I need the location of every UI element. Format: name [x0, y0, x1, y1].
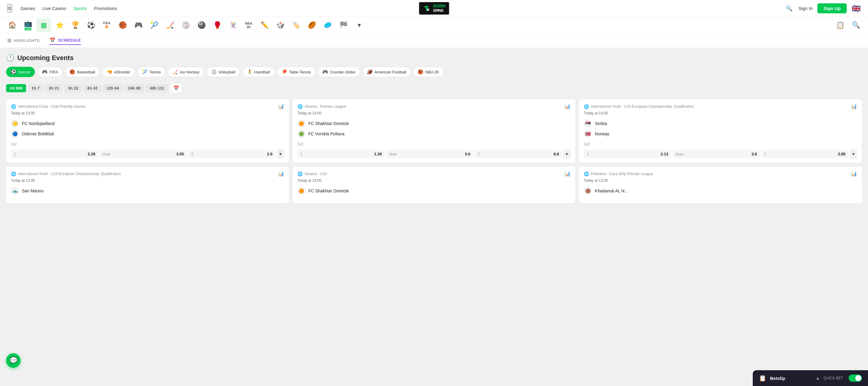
- odd-btn-2b[interactable]: draw 5.6: [386, 150, 473, 158]
- team-name-3a: Serbia: [595, 121, 607, 126]
- stats-icon-6[interactable]: 📊: [851, 171, 857, 177]
- pill-counterstrike[interactable]: 🎮 Counter-Strike: [318, 67, 360, 77]
- odd-label-3a: 1: [587, 152, 589, 156]
- time-filter-48h[interactable]: 48h 111: [146, 84, 168, 92]
- soccer-pill-label: Soccer: [18, 70, 30, 75]
- odd-btn-2a[interactable]: 1 1.26: [298, 150, 385, 158]
- icon-basketball[interactable]: 🏀: [115, 19, 130, 32]
- pill-handball[interactable]: 🤾 Handball: [242, 67, 275, 77]
- time-filter-24h[interactable]: 24h 80: [125, 84, 144, 92]
- view-tabs: ⊞ HIGHLIGHTS 📅 SCHEDULE: [0, 33, 868, 48]
- site-logo[interactable]: DOZEN SPINS: [419, 2, 449, 14]
- fifa-pill-label: FIFA: [50, 70, 58, 75]
- icon-virtual[interactable]: 🎲: [273, 19, 287, 32]
- time-filter-3h[interactable]: 3h 22: [64, 84, 82, 92]
- icon-nba2k[interactable]: NBA2K: [241, 19, 256, 32]
- time-filter-12h[interactable]: 12h 64: [103, 84, 123, 92]
- odd-btn-3c[interactable]: 2 2.85: [761, 150, 848, 158]
- 12h-count: 64: [115, 86, 119, 90]
- odd-btn-1c[interactable]: 2 2.6: [188, 150, 275, 158]
- odd-value-2c: 9.8: [554, 152, 559, 156]
- language-flag[interactable]: 🇬🇧: [851, 4, 861, 13]
- odd-label-2c: 2: [478, 152, 480, 156]
- icon-tag[interactable]: 🏷️: [289, 19, 303, 32]
- sports-icons-row: 🏠 📺 LIVE ▦ ⭐ 🏆 ⚽ FIFA🔥 🏀 🎮 🎾 🏒 🏐 🎱 🥊 🃏 N…: [0, 17, 868, 33]
- pill-tabletennis[interactable]: 🏓 Table Tennis: [277, 67, 315, 77]
- nav-links: Games Live Casino Sports Promotions: [21, 6, 117, 11]
- signin-button[interactable]: Sign In: [799, 6, 813, 11]
- odd-label-3c: 2: [764, 152, 766, 156]
- icon-search-sports[interactable]: 🔍: [848, 19, 863, 32]
- nav-sports[interactable]: Sports: [73, 6, 87, 11]
- stats-icon-2[interactable]: 📊: [564, 103, 570, 109]
- icon-soccer[interactable]: ⚽: [84, 19, 98, 32]
- odd-btn-1a[interactable]: 1 2.29: [11, 150, 98, 158]
- icon-live[interactable]: 📺 LIVE: [21, 19, 35, 32]
- signup-button[interactable]: Sign Up: [817, 3, 847, 13]
- stats-icon-5[interactable]: 📊: [564, 171, 570, 177]
- icon-home[interactable]: 🏠: [5, 19, 20, 32]
- pill-basketball[interactable]: 🏀 Basketball: [65, 67, 100, 77]
- icon-hockey[interactable]: 🏒: [162, 19, 177, 32]
- time-filter-6h[interactable]: 6h 42: [84, 84, 101, 92]
- stats-icon-3[interactable]: 📊: [851, 103, 857, 109]
- icon-grid[interactable]: ▦: [36, 19, 51, 32]
- calendar-button[interactable]: 📅: [170, 83, 183, 93]
- time-filter-1h[interactable]: 1h 7: [28, 84, 43, 92]
- odd-btn-1b[interactable]: draw 3.55: [99, 150, 187, 158]
- more-odds-btn-1[interactable]: ▾: [277, 149, 284, 159]
- pill-americanfootball[interactable]: 🏈 American Football: [363, 67, 411, 77]
- event-meta-5: 🌐 Ukraine · U19 📊: [298, 171, 571, 177]
- pill-volleyball[interactable]: 🏐 Volleyball: [207, 67, 240, 77]
- icon-pool[interactable]: 🎱: [194, 19, 209, 32]
- highlights-icon: ⊞: [7, 38, 11, 43]
- league-name-1: International Clubs · Club Friendly Game…: [18, 105, 86, 109]
- nav-promotions[interactable]: Promotions: [94, 6, 117, 11]
- event-meta-2: 🌐 Ukraine · Premier League 📊: [298, 103, 571, 109]
- tab-schedule[interactable]: 📅 SCHEDULE: [50, 36, 81, 45]
- event-time-2: Today at 13:00: [298, 111, 571, 115]
- time-filter-all[interactable]: All 608: [6, 84, 26, 92]
- icon-betlist[interactable]: 📋: [833, 19, 847, 32]
- more-odds-btn-2[interactable]: ▾: [563, 149, 570, 159]
- team-name-2a: FC Shakhtar Donetsk: [308, 121, 349, 126]
- basketball-pill-icon: 🏀: [69, 69, 75, 75]
- odd-label-2a: 1: [301, 152, 303, 156]
- icon-racing[interactable]: 🏁: [336, 19, 350, 32]
- stats-icon-1[interactable]: 📊: [278, 103, 284, 109]
- odd-btn-3b[interactable]: draw 3.6: [673, 150, 760, 158]
- pill-nba2k[interactable]: 🏀 NBA 2K: [413, 67, 444, 77]
- icon-eshooting[interactable]: 🎮: [131, 19, 146, 32]
- event-card-1: 🌐 International Clubs · Club Friendly Ga…: [6, 99, 289, 163]
- icon-boxing[interactable]: 🥊: [210, 19, 224, 32]
- more-odds-btn-3[interactable]: ▾: [850, 149, 857, 159]
- icon-oval[interactable]: 🥏: [320, 19, 335, 32]
- time-filter-2h[interactable]: 2h 21: [45, 84, 63, 92]
- icon-esports[interactable]: ✏️: [257, 19, 272, 32]
- odd-btn-3a[interactable]: 1 2.13: [584, 150, 671, 158]
- stats-icon-4[interactable]: 📊: [278, 171, 284, 177]
- team-name-1a: FC Nordsjaelland: [22, 121, 55, 126]
- nav-games[interactable]: Games: [21, 6, 35, 11]
- pill-eshooting[interactable]: 🔫 eShooter: [102, 67, 135, 77]
- hamburger-menu[interactable]: ≡: [7, 4, 12, 12]
- icon-cards[interactable]: 🃏: [226, 19, 240, 32]
- nav-live-casino[interactable]: Live Casino: [42, 6, 66, 11]
- pill-icehockey[interactable]: 🏒 Ice Hockey: [168, 67, 204, 77]
- search-button[interactable]: 🔍: [784, 4, 794, 13]
- live-icon: 📺: [24, 20, 32, 28]
- pill-soccer[interactable]: ⚽ Soccer: [6, 67, 35, 77]
- icon-tennis[interactable]: 🎾: [147, 19, 161, 32]
- odd-btn-2c[interactable]: 2 9.8: [475, 150, 562, 158]
- league-globe-icon-5: 🌐: [298, 172, 303, 176]
- pill-fifa[interactable]: 🎮 FIFA: [37, 67, 62, 77]
- tab-highlights[interactable]: ⊞ HIGHLIGHTS: [7, 36, 40, 44]
- icon-trophy[interactable]: 🏆: [68, 19, 83, 32]
- icon-more[interactable]: ▾: [352, 19, 366, 32]
- icon-favorites[interactable]: ⭐: [52, 19, 67, 32]
- pill-tennis[interactable]: 🎾 Tennis: [137, 67, 165, 77]
- icon-rugby[interactable]: 🏉: [305, 19, 319, 32]
- 48h-count: 111: [158, 86, 164, 90]
- icon-volleyball[interactable]: 🏐: [178, 19, 193, 32]
- icon-fifa[interactable]: FIFA🔥: [99, 19, 114, 32]
